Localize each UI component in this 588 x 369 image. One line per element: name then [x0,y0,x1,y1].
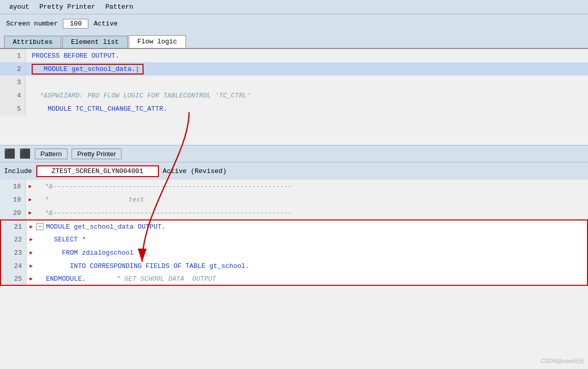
upper-code-area: 1 PROCESS BEFORE OUTPUT. 2 MODULE get_sc… [0,49,588,145]
lower-line-num-23: 23 [1,246,27,259]
lower-line-icon-24: ▶ [27,259,36,273]
toolbar-icon-green[interactable]: ⬛ [19,148,31,159]
panels-container: 1 PROCESS BEFORE OUTPUT. 2 MODULE get_sc… [0,48,588,369]
lower-line-19: 19 ▶ * text [0,193,588,206]
lower-line-22: 22 ▶ SELECT * [0,233,588,246]
pattern-button[interactable]: Pattern [35,149,67,159]
lower-line-icon-19: ▶ [26,193,35,206]
line-content-2: MODULE get_school_data.| [26,62,144,76]
lower-line-num-19: 19 [0,193,26,206]
tabs-row: Attributes Element list Flow logic [0,33,588,48]
menu-layout[interactable]: ayout [4,2,34,12]
code-line-5: 5 MODULE TC_CTRL_CHANGE_TC_ATTR. [0,102,588,115]
lower-line-content-25: ENDMODULE. " GET SCHOOL DATA OUTPUT [44,273,587,285]
include-status: Active (Revised) [163,167,227,175]
line-content-1: PROCESS BEFORE OUTPUT. [26,49,120,62]
code-line-2: 2 MODULE get_school_data.| [0,62,588,76]
lower-line-content-23: FROM zdialogschool [44,246,587,259]
lower-panel: 18 ▶ *&---------------------------------… [0,180,588,369]
main-container: ayout Pretty Printer Pattern Screen numb… [0,0,588,369]
lower-line-icon-25: ▶ [27,273,36,285]
include-label: Include [4,167,32,175]
toolbar-icon-red[interactable]: ⬛ [4,148,15,159]
lower-line-content-24: INTO CORRESPONDING FIELDS OF TABLE gt_sc… [44,259,587,273]
line-number-1: 1 [0,49,26,62]
line-number-2: 2 [0,62,26,76]
lower-line-indent-22 [36,233,44,246]
line-content-4: *&SPWIZARD: PBO FLOW LOGIC FOR TABLECONT… [26,89,251,102]
code-line-4: 4 *&SPWIZARD: PBO FLOW LOGIC FOR TABLECO… [0,89,588,102]
screen-bar: Screen number 100 Active [0,14,588,33]
lower-line-icon-21: ▶ [27,220,36,233]
include-value[interactable]: ZTEST_SCREEN_GLYN004001 [36,165,159,177]
line-number-5: 5 [0,102,26,115]
upper-panel: 1 PROCESS BEFORE OUTPUT. 2 MODULE get_sc… [0,48,588,145]
lower-line-indent-24 [36,259,44,273]
lower-line-icon-22: ▶ [27,233,36,246]
lower-line-20: 20 ▶ *&---------------------------------… [0,206,588,219]
lower-line-icon-20: ▶ [26,206,35,219]
lower-line-content-19: * text [35,193,588,206]
lower-line-indent-25 [36,273,44,285]
lower-line-collapse-21[interactable]: − [36,220,44,233]
screen-status: Active [93,20,117,28]
lower-line-18: 18 ▶ *&---------------------------------… [0,180,588,193]
tab-attributes[interactable]: Attributes [4,36,61,48]
tab-flow-logic[interactable]: Flow logic [129,35,186,48]
lower-line-num-18: 18 [0,180,26,193]
menu-bar: ayout Pretty Printer Pattern [0,0,588,14]
lower-line-21: 21 ▶ − MODULE get_school_data OUTPUT. [0,219,588,233]
lower-line-num-20: 20 [0,206,26,219]
line-content-3 [26,76,32,89]
lower-line-25: 25 ▶ ENDMODULE. " GET SCHOOL DATA OUTPUT [0,273,588,286]
lower-line-content-22: SELECT * [44,233,587,246]
lower-line-icon-23: ▶ [27,246,36,259]
include-bar: Include ZTEST_SCREEN_GLYN004001 Active (… [0,162,588,180]
line-number-4: 4 [0,89,26,102]
code-line-3: 3 [0,76,588,89]
lower-line-num-21: 21 [1,220,27,233]
menu-pattern[interactable]: Pattern [100,2,138,12]
screen-number-label: Screen number [6,20,58,28]
lower-line-num-22: 22 [1,233,27,246]
code-line-1: 1 PROCESS BEFORE OUTPUT. [0,49,588,62]
lower-line-icon-18: ▶ [26,180,35,193]
lower-line-num-24: 24 [1,259,27,273]
line-content-5: MODULE TC_CTRL_CHANGE_TC_ATTR. [26,102,167,115]
screen-number-input[interactable]: 100 [63,19,88,29]
lower-line-indent-23 [36,246,44,259]
lower-line-content-20: *&--------------------------------------… [35,206,588,219]
line-number-3: 3 [0,76,26,89]
lower-line-num-25: 25 [1,273,27,285]
lower-line-24: 24 ▶ INTO CORRESPONDING FIELDS OF TABLE … [0,259,588,273]
menu-pretty-printer[interactable]: Pretty Printer [34,2,100,12]
lower-line-23: 23 ▶ FROM zdialogschool [0,246,588,259]
tab-element-list[interactable]: Element list [62,36,128,48]
lower-line-content-18: *&--------------------------------------… [35,180,588,193]
middle-toolbar: ⬛ ⬛ Pattern Pretty Printer [0,145,588,162]
pretty-printer-button[interactable]: Pretty Printer [72,149,122,159]
lower-line-content-21: MODULE get_school_data OUTPUT. [44,220,587,233]
